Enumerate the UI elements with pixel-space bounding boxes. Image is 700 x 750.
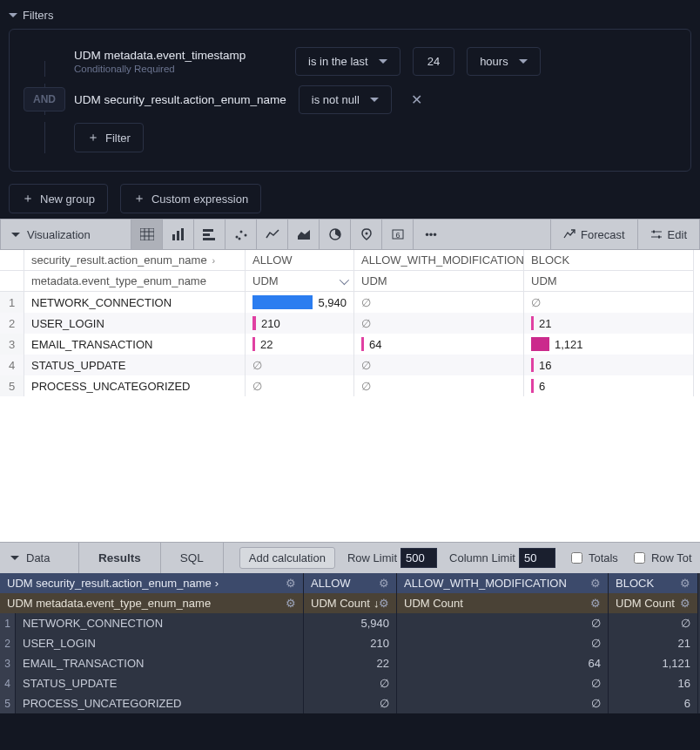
row-totals-checkbox[interactable] — [634, 552, 645, 564]
row-label[interactable]: NETWORK_CONNECTION — [24, 292, 246, 313]
data-collapse-toggle[interactable]: Data — [0, 543, 78, 573]
gear-icon[interactable]: ⚙ — [379, 597, 389, 610]
gear-icon[interactable]: ⚙ — [286, 577, 296, 590]
data-cell[interactable]: 16 — [609, 673, 698, 693]
forecast-button[interactable]: Forecast — [550, 220, 637, 249]
measure-header[interactable]: UDM — [246, 271, 354, 292]
data-cell[interactable]: ∅ — [304, 693, 397, 713]
line-chart-icon[interactable] — [257, 220, 288, 249]
filter-value-input[interactable]: 24 — [413, 47, 454, 76]
data-cell[interactable]: ∅ — [354, 355, 524, 375]
row-dim-header[interactable]: metadata.event_type_enum_name — [24, 271, 246, 292]
data-cell[interactable]: 5,940 — [304, 613, 397, 633]
edit-button[interactable]: Edit — [637, 220, 699, 249]
data-cell[interactable]: 21 — [609, 633, 698, 653]
single-value-icon[interactable]: 6 — [382, 220, 414, 249]
data-cell[interactable]: 1,121 — [609, 653, 698, 673]
filters-collapse-toggle[interactable]: Filters — [9, 5, 691, 29]
gear-icon[interactable]: ⚙ — [379, 577, 389, 590]
visualization-collapse-toggle[interactable]: Visualization — [1, 220, 131, 249]
table-chart-icon[interactable] — [131, 220, 163, 249]
pie-chart-icon[interactable] — [320, 220, 351, 249]
row-label[interactable]: PROCESS_UNCATEGORIZED — [16, 693, 304, 713]
map-chart-icon[interactable] — [351, 220, 382, 249]
remove-filter-button[interactable]: ✕ — [404, 88, 429, 111]
filter-field-2[interactable]: UDM security_result.action_enum_name — [74, 93, 286, 106]
data-cell[interactable]: ∅ — [354, 313, 524, 334]
row-label[interactable]: USER_LOGIN — [16, 633, 304, 653]
data-cell[interactable]: 210 — [246, 313, 354, 334]
measure-header[interactable]: UDM Count↓⚙ — [304, 593, 397, 613]
pivot-value-header[interactable]: ALLOW — [246, 250, 354, 271]
filter-field-1[interactable]: UDM metadata.event_timestamp Conditional… — [74, 49, 283, 74]
scatter-chart-icon[interactable] — [225, 220, 257, 249]
gear-icon[interactable]: ⚙ — [680, 577, 690, 590]
data-cell[interactable]: ∅ — [397, 613, 609, 633]
gear-icon[interactable]: ⚙ — [680, 597, 690, 610]
tab-results[interactable]: Results — [78, 543, 160, 573]
measure-header[interactable]: UDM — [524, 271, 694, 292]
data-cell[interactable]: 64 — [354, 334, 524, 355]
row-limit-input[interactable] — [400, 548, 437, 568]
data-cell[interactable]: 16 — [524, 355, 694, 375]
tab-sql[interactable]: SQL — [160, 543, 224, 573]
pivot-value-header[interactable]: BLOCK⚙ — [609, 573, 698, 593]
data-cell[interactable]: 21 — [524, 313, 694, 334]
column-limit-input[interactable] — [519, 548, 555, 568]
data-cell[interactable]: ∅ — [354, 292, 524, 313]
data-cell[interactable]: 210 — [304, 633, 397, 653]
measure-header[interactable]: UDM Count⚙ — [397, 593, 609, 613]
row-label[interactable]: STATUS_UPDATE — [24, 355, 246, 375]
data-cell[interactable]: ∅ — [304, 673, 397, 693]
row-label[interactable]: USER_LOGIN — [24, 313, 246, 334]
add-filter-button[interactable]: ＋ Filter — [74, 123, 144, 152]
measure-header[interactable]: UDM — [354, 271, 524, 292]
totals-checkbox[interactable] — [571, 552, 582, 564]
gear-icon[interactable]: ⚙ — [590, 577, 601, 590]
caret-down-icon — [370, 98, 379, 102]
data-cell[interactable]: ∅ — [354, 375, 524, 396]
custom-expression-button[interactable]: ＋ Custom expression — [120, 184, 261, 213]
measure-header[interactable]: UDM Count⚙ — [609, 593, 698, 613]
data-cell[interactable]: 1,121 — [524, 334, 694, 355]
row-label[interactable]: STATUS_UPDATE — [16, 673, 304, 693]
data-cell[interactable]: ∅ — [524, 292, 694, 313]
column-chart-icon[interactable] — [163, 220, 194, 249]
unit-select[interactable]: hours — [467, 47, 541, 76]
operator-select[interactable]: is in the last — [295, 47, 400, 76]
data-cell[interactable]: ∅ — [246, 355, 354, 375]
data-cell[interactable]: 22 — [304, 653, 397, 673]
gear-icon[interactable]: ⚙ — [286, 597, 296, 610]
pivot-value-header[interactable]: ALLOW⚙ — [304, 573, 397, 593]
row-label[interactable]: PROCESS_UNCATEGORIZED — [24, 375, 246, 396]
data-cell[interactable]: 64 — [397, 653, 609, 673]
more-chart-types-button[interactable]: ••• — [414, 220, 448, 249]
data-cell[interactable]: ∅ — [397, 693, 609, 713]
pivot-dim-header[interactable]: security_result.action_enum_name› — [24, 250, 246, 271]
add-calculation-button[interactable]: Add calculation — [239, 547, 335, 569]
area-chart-icon[interactable] — [288, 220, 320, 249]
data-cell[interactable]: 6 — [524, 375, 694, 396]
data-cell[interactable]: 22 — [246, 334, 354, 355]
row-label[interactable]: EMAIL_TRANSACTION — [24, 334, 246, 355]
gear-icon[interactable]: ⚙ — [590, 597, 601, 610]
bar-chart-icon[interactable] — [194, 220, 225, 249]
data-cell[interactable]: ∅ — [397, 673, 609, 693]
row-dim-header[interactable]: UDM metadata.event_type_enum_name⚙ — [0, 593, 304, 613]
pivot-value-header[interactable]: ALLOW_WITH_MODIFICATION — [354, 250, 524, 271]
pivot-value-header[interactable]: BLOCK — [524, 250, 694, 271]
bar-fill — [531, 379, 534, 393]
data-cell[interactable]: 5,940 — [246, 292, 354, 313]
row-label[interactable]: NETWORK_CONNECTION — [16, 613, 304, 633]
data-cell[interactable]: ∅ — [609, 613, 698, 633]
data-cell[interactable]: ∅ — [246, 375, 354, 396]
svg-rect-0 — [140, 228, 154, 240]
data-cell[interactable]: ∅ — [397, 633, 609, 653]
row-label[interactable]: EMAIL_TRANSACTION — [16, 653, 304, 673]
new-group-button[interactable]: ＋ New group — [9, 184, 108, 213]
and-operator[interactable]: AND — [24, 87, 65, 111]
operator-select[interactable]: is not null — [299, 85, 392, 114]
data-cell[interactable]: 6 — [609, 693, 698, 713]
pivot-value-header[interactable]: ALLOW_WITH_MODIFICATION⚙ — [397, 573, 609, 593]
pivot-dim-header[interactable]: UDM security_result.action_enum_name ›⚙ — [0, 573, 304, 593]
